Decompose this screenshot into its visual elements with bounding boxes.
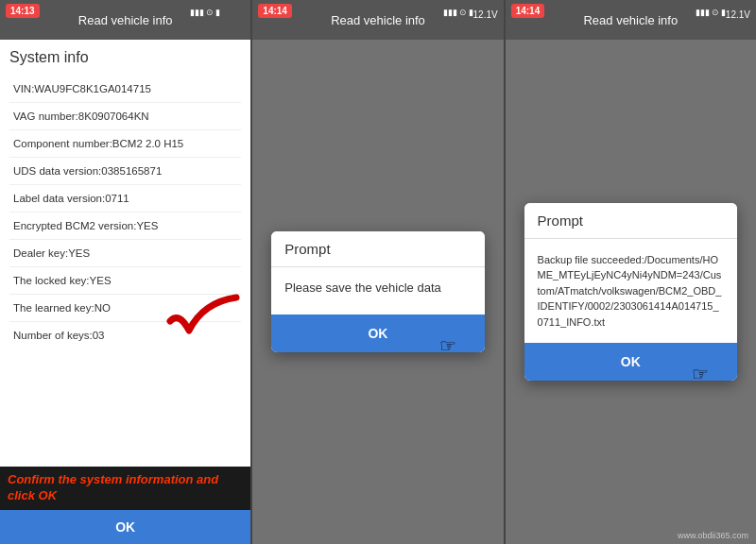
prompt3-ok-button[interactable]: OK [524,343,738,381]
system-info-title: System info [9,49,241,66]
signal-icons-1: ▮▮▮ ⊙ ▮ [190,8,220,17]
prompt3-btn-container: OK ☞ [524,343,738,381]
backup-message: Backup file succeeded:/Documents/HOME_MT… [538,254,722,328]
prompt3-title: Prompt [524,203,738,239]
checkmark-icon [165,293,241,349]
signal-icons-2: ▮▮▮ ⊙ ▮ [443,8,473,17]
panel2-header: 14:14 Read vehicle info ▮▮▮ ⊙ ▮ 12.1V [252,0,503,40]
signal-bars-icon-3: ▮▮▮ [696,8,710,17]
info-locked-key: The locked key:YES [9,267,241,295]
checkmark-overlay [165,293,241,353]
panel3-voltage: 12.1V [726,9,750,20]
panel1-title: Read vehicle info [78,13,173,27]
prompt-dialog-2: Prompt Please save the vehicle data OK ☞ [271,231,485,352]
prompt2-title: Prompt [271,231,485,267]
panel-system-info: 14:13 Read vehicle info ▮▮▮ ⊙ ▮ System i… [0,0,252,544]
panel3-time: 14:14 [511,4,545,18]
info-uds: UDS data version:0385165871 [9,158,241,185]
info-vin: VIN:WAU9FC8K1GA014715 [9,76,241,103]
panel1-content: System info VIN:WAU9FC8K1GA014715 VAG nu… [0,40,250,467]
signal-bars-icon-2: ▮▮▮ [443,8,457,17]
panel2-time: 14:14 [258,4,292,18]
info-dealer-key: Dealer key:YES [9,240,241,267]
panel2-voltage: 12.1V [473,9,498,20]
panel2-content: Prompt Please save the vehicle data OK ☞ [252,40,503,544]
screen-container: 14:13 Read vehicle info ▮▮▮ ⊙ ▮ System i… [0,0,756,544]
panel3-header: 14:14 Read vehicle info ▮▮▮ ⊙ ▮ 12.1V [506,0,756,40]
wifi-icon: ⊙ [206,8,214,17]
watermark: www.obdii365.com [678,531,748,540]
panel1-header: 14:13 Read vehicle info ▮▮▮ ⊙ ▮ [0,0,250,40]
info-encrypted: Encrypted BCM2 version:YES [9,212,241,240]
info-label: Label data version:0711 [9,185,241,212]
panel3-content: Prompt Backup file succeeded:/Documents/… [506,40,756,544]
panel3-title: Read vehicle info [583,13,678,27]
panel-prompt-save: 14:14 Read vehicle info ▮▮▮ ⊙ ▮ 12.1V Pr… [252,0,505,544]
info-component: Component number:BCM2 2.0 H15 [9,130,241,158]
panel1-ok-button[interactable]: OK [0,510,250,544]
panel2-title: Read vehicle info [331,13,425,27]
prompt-overlay-2: Prompt Please save the vehicle data OK ☞ [252,40,503,544]
prompt2-btn-container: OK ☞ [271,314,485,352]
annotation-text: Confirm the system information and click… [0,467,250,510]
battery-icon: ▮ [215,8,220,17]
signal-bars-icon: ▮▮▮ [190,8,204,17]
wifi-icon-3: ⊙ [712,8,719,17]
info-vag: VAG number:8K0907064KN [9,103,241,130]
wifi-icon-2: ⊙ [459,8,467,17]
prompt2-ok-button[interactable]: OK [271,314,485,352]
prompt3-body: Backup file succeeded:/Documents/HOME_MT… [524,239,738,344]
panel-prompt-backup: 14:14 Read vehicle info ▮▮▮ ⊙ ▮ 12.1V Pr… [506,0,756,544]
prompt-dialog-3: Prompt Backup file succeeded:/Documents/… [524,203,738,382]
panel3-bg: Prompt Backup file succeeded:/Documents/… [506,40,756,544]
signal-icons-3: ▮▮▮ ⊙ ▮ [696,8,726,17]
panel2-bg: Prompt Please save the vehicle data OK ☞ [252,40,503,544]
panel1-time: 14:13 [6,4,40,18]
prompt-overlay-3: Prompt Backup file succeeded:/Documents/… [506,40,756,544]
prompt2-body: Please save the vehicle data [271,267,485,314]
